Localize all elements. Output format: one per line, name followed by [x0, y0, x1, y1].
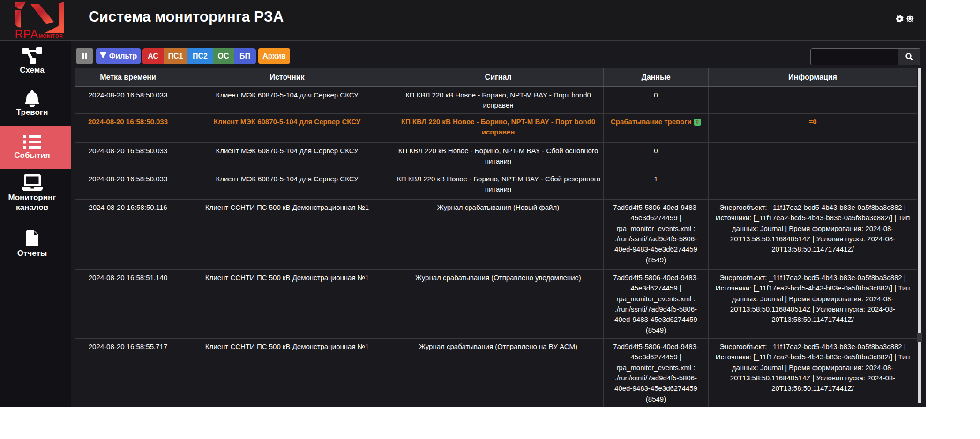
svg-text:RPA: RPA: [15, 28, 38, 39]
svg-text:MONITOR: MONITOR: [39, 34, 63, 39]
